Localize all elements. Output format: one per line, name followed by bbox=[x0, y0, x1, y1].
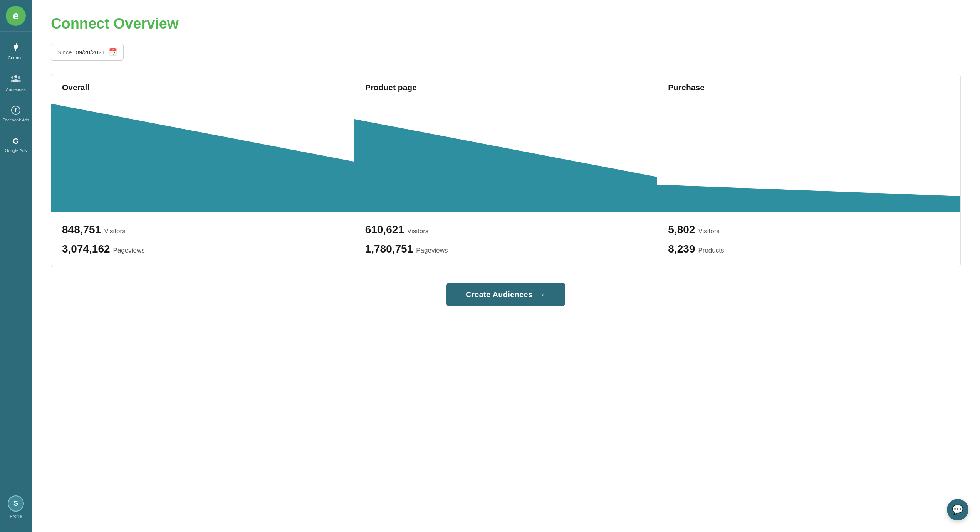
chart-overall bbox=[51, 92, 354, 212]
stat-number: 1,780,751 bbox=[365, 243, 413, 255]
logo-icon: e bbox=[6, 6, 26, 26]
svg-point-4 bbox=[13, 79, 18, 82]
svg-point-5 bbox=[11, 76, 13, 79]
stat-label: Visitors bbox=[698, 227, 719, 235]
main-content: Connect Overview Since 09/28/2021 📅 Over… bbox=[32, 0, 980, 532]
funnel-section-purchase: Purchase 5,802 Visitors 8,239 Products bbox=[657, 74, 960, 267]
svg-point-7 bbox=[18, 76, 20, 79]
stat-label: Products bbox=[698, 247, 724, 254]
stat-number: 848,751 bbox=[62, 224, 101, 236]
stat-label: Pageviews bbox=[416, 247, 448, 254]
stats-overall: 848,751 Visitors 3,074,162 Pageviews bbox=[51, 212, 354, 267]
svg-point-8 bbox=[18, 80, 21, 82]
section-title-purchase: Purchase bbox=[657, 74, 960, 92]
date-filter[interactable]: Since 09/28/2021 📅 bbox=[51, 44, 124, 61]
create-audiences-button[interactable]: Create Audiences → bbox=[446, 283, 565, 306]
svg-marker-9 bbox=[51, 104, 354, 212]
create-audiences-label: Create Audiences bbox=[466, 290, 532, 299]
sidebar-item-facebook-ads[interactable]: f Facebook Ads bbox=[0, 99, 32, 130]
sidebar-item-connect[interactable]: Connect bbox=[0, 35, 32, 67]
people-icon bbox=[11, 74, 21, 85]
chat-icon: 💬 bbox=[952, 504, 963, 515]
sidebar-item-label-google: Google Ads bbox=[5, 148, 27, 153]
profile-item[interactable]: S Profile bbox=[0, 490, 32, 524]
facebook-icon: f bbox=[11, 106, 20, 115]
section-title-overall: Overall bbox=[51, 74, 354, 92]
since-label: Since bbox=[57, 49, 72, 56]
chart-product bbox=[354, 92, 657, 212]
stat-number: 3,074,162 bbox=[62, 243, 110, 255]
stat-number: 5,802 bbox=[668, 224, 695, 236]
arrow-icon: → bbox=[537, 290, 545, 300]
stat-visitors-overall: 848,751 Visitors bbox=[62, 224, 343, 236]
stat-label: Visitors bbox=[104, 227, 125, 235]
date-value: 09/28/2021 bbox=[76, 49, 105, 56]
stat-number: 8,239 bbox=[668, 243, 695, 255]
sidebar-item-label-connect: Connect bbox=[8, 56, 24, 60]
sidebar-item-label-audiences: Audiences bbox=[6, 87, 25, 92]
google-icon: G bbox=[11, 136, 20, 146]
stats-product: 610,621 Visitors 1,780,751 Pageviews bbox=[354, 212, 657, 267]
stat-visitors-purchase: 5,802 Visitors bbox=[668, 224, 950, 236]
stat-label: Visitors bbox=[407, 227, 428, 235]
cta-area: Create Audiences → bbox=[51, 283, 961, 306]
sidebar-item-google-ads[interactable]: G Google Ads bbox=[0, 130, 32, 160]
sidebar-logo: e bbox=[0, 0, 32, 32]
sidebar-nav: Connect Audiences f Facebook Ads bbox=[0, 32, 32, 490]
stat-pageviews-product: 1,780,751 Pageviews bbox=[365, 243, 646, 255]
sidebar: e Connect bbox=[0, 0, 32, 532]
section-title-product: Product page bbox=[354, 74, 657, 92]
plug-icon bbox=[11, 42, 20, 53]
svg-marker-10 bbox=[354, 119, 657, 212]
funnel-section-product: Product page 610,621 Visitors 1,780,751 … bbox=[354, 74, 658, 267]
funnel-grid: Overall 848,751 Visitors 3,074,162 Pagev… bbox=[51, 74, 960, 267]
stat-products-purchase: 8,239 Products bbox=[668, 243, 950, 255]
svg-point-6 bbox=[11, 80, 14, 82]
profile-label: Profile bbox=[10, 514, 22, 519]
sidebar-bottom: S Profile bbox=[0, 490, 32, 532]
svg-rect-2 bbox=[15, 49, 16, 51]
chart-purchase bbox=[657, 92, 960, 212]
chat-widget[interactable]: 💬 bbox=[947, 499, 968, 520]
page-title: Connect Overview bbox=[51, 15, 961, 32]
sidebar-item-audiences[interactable]: Audiences bbox=[0, 67, 32, 99]
stat-pageviews-overall: 3,074,162 Pageviews bbox=[62, 243, 343, 255]
sidebar-item-label-facebook: Facebook Ads bbox=[2, 117, 29, 123]
funnel-container: Overall 848,751 Visitors 3,074,162 Pagev… bbox=[51, 74, 961, 267]
funnel-section-overall: Overall 848,751 Visitors 3,074,162 Pagev… bbox=[51, 74, 354, 267]
svg-rect-0 bbox=[15, 43, 15, 45]
stat-label: Pageviews bbox=[113, 247, 145, 254]
avatar: S bbox=[8, 495, 24, 512]
calendar-icon: 📅 bbox=[109, 48, 117, 56]
stat-number: 610,621 bbox=[365, 224, 404, 236]
svg-rect-1 bbox=[16, 43, 17, 45]
stats-purchase: 5,802 Visitors 8,239 Products bbox=[657, 212, 960, 267]
svg-marker-11 bbox=[657, 185, 960, 212]
stat-visitors-product: 610,621 Visitors bbox=[365, 224, 646, 236]
svg-point-3 bbox=[14, 75, 17, 78]
